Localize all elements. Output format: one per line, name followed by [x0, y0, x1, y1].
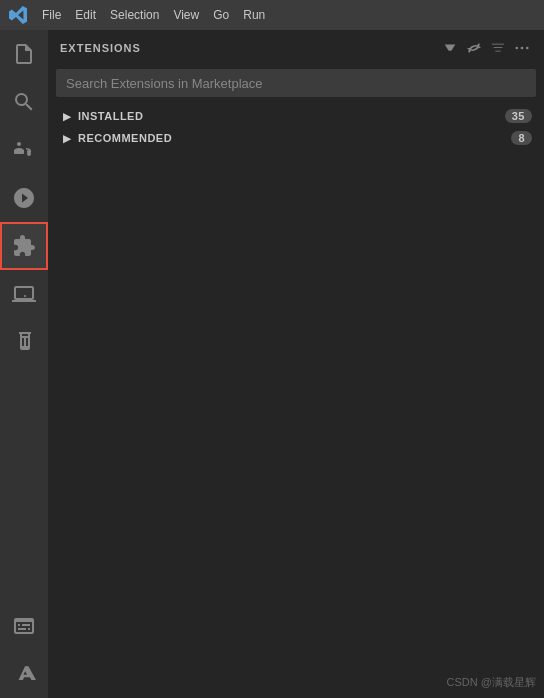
activity-item-search[interactable]: [0, 78, 48, 126]
activity-item-explorer[interactable]: [0, 30, 48, 78]
menu-item-file[interactable]: File: [36, 6, 67, 24]
more-actions-button[interactable]: [512, 38, 532, 58]
activity-item-remote[interactable]: [0, 270, 48, 318]
search-box: [56, 69, 536, 97]
activity-item-extensions[interactable]: [0, 222, 48, 270]
installed-count: 35: [505, 109, 532, 123]
refresh-button[interactable]: [464, 38, 484, 58]
panel-actions: [440, 38, 532, 58]
panel-header: EXTENSIONS: [48, 30, 544, 65]
activity-bar: [0, 30, 48, 698]
activity-item-accounts[interactable]: [0, 602, 48, 650]
watermark: CSDN @满载星辉: [447, 675, 536, 690]
activity-item-run[interactable]: [0, 174, 48, 222]
recommended-label: RECOMMENDED: [78, 132, 172, 144]
installed-section-header[interactable]: ▶ INSTALLED 35: [48, 105, 544, 127]
installed-label: INSTALLED: [78, 110, 143, 122]
app-logo: [8, 5, 28, 25]
recommended-count: 8: [511, 131, 532, 145]
recommended-chevron: ▶: [60, 131, 74, 145]
installed-chevron: ▶: [60, 109, 74, 123]
sort-button[interactable]: [488, 38, 508, 58]
svg-point-2: [526, 46, 529, 49]
activity-item-testing[interactable]: [0, 318, 48, 366]
menu-bar: const menuData = JSON.parse(document.get…: [36, 6, 271, 24]
title-bar: const menuData = JSON.parse(document.get…: [0, 0, 544, 30]
menu-item-run[interactable]: Run: [237, 6, 271, 24]
extensions-panel: EXTENSIONS: [48, 30, 544, 698]
menu-item-go[interactable]: Go: [207, 6, 235, 24]
menu-item-edit[interactable]: Edit: [69, 6, 102, 24]
recommended-section-header[interactable]: ▶ RECOMMENDED 8: [48, 127, 544, 149]
search-input[interactable]: [66, 76, 526, 91]
menu-item-view[interactable]: View: [167, 6, 205, 24]
filter-button[interactable]: [440, 38, 460, 58]
main-container: EXTENSIONS: [0, 30, 544, 698]
activity-item-azure[interactable]: [0, 650, 48, 698]
menu-item-selection[interactable]: Selection: [104, 6, 165, 24]
svg-point-1: [521, 46, 524, 49]
svg-point-0: [515, 46, 518, 49]
panel-title: EXTENSIONS: [60, 42, 141, 54]
activity-item-scm[interactable]: [0, 126, 48, 174]
